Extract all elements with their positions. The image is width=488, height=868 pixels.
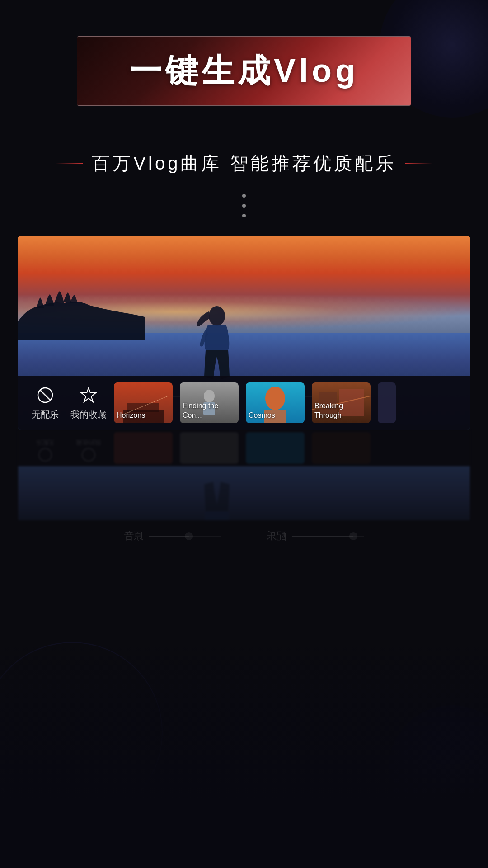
dot-3 (242, 214, 246, 217)
subtitle-line-right (405, 163, 432, 164)
reflected-music-label: 配乐 (267, 529, 286, 543)
track-breaking-through-name: Breaking Through (314, 401, 368, 420)
svg-point-9 (204, 390, 215, 402)
reflection-track-1 (114, 432, 173, 464)
reflection-favorites: 我的收藏 (70, 434, 107, 462)
dot-1 (242, 194, 246, 198)
island-silhouette (18, 290, 145, 340)
favorites-label: 我的收藏 (70, 409, 107, 421)
no-music-option[interactable]: 无配乐 (27, 385, 63, 421)
reflection-area: 无配乐 我的收藏 (18, 430, 470, 520)
svg-point-12 (265, 387, 285, 410)
svg-line-2 (40, 390, 51, 401)
favorites-icon (79, 385, 99, 405)
video-player: 原音 配乐 (18, 236, 470, 430)
track-breaking-through[interactable]: Breaking Through (312, 382, 371, 423)
track-finding-name: Finding the Con... (183, 401, 236, 420)
vlog-title: 一键生成Vlog (129, 49, 359, 93)
no-music-icon (35, 385, 55, 405)
top-section: 一键生成Vlog (0, 0, 488, 124)
track-horizons-name: Horizons (117, 411, 170, 420)
dots-indicator (0, 185, 488, 236)
subtitle-text: 百万Vlog曲库 智能推荐优质配乐 (92, 151, 396, 176)
vlog-banner: 一键生成Vlog (77, 36, 411, 106)
bg-decoration-bottom-right (389, 705, 488, 832)
track-cosmos-name: Cosmos (249, 411, 302, 420)
reflected-original-label: 原音 (124, 529, 144, 543)
track-finding[interactable]: Finding the Con... (180, 382, 239, 423)
ban-icon (36, 386, 54, 404)
reflection-track-2 (180, 432, 239, 464)
subtitle-line-left (56, 163, 83, 164)
video-frame: 原音 配乐 (18, 236, 470, 430)
track-cosmos[interactable]: Cosmos (246, 382, 305, 423)
reflection-track-4 (312, 432, 371, 464)
track-partial-thumbnail (378, 382, 396, 423)
reflected-sliders: 原音 配乐 (0, 520, 488, 552)
track-horizons[interactable]: Horizons (114, 382, 173, 423)
subtitle-section: 百万Vlog曲库 智能推荐优质配乐 (0, 124, 488, 185)
svg-point-0 (209, 306, 225, 326)
favorites-option[interactable]: 我的收藏 (70, 385, 107, 421)
reflection-silhouette (190, 466, 244, 520)
reflection-track-3 (246, 432, 305, 464)
no-music-label: 无配乐 (32, 409, 59, 421)
track-partial[interactable] (378, 382, 396, 423)
music-bar: 无配乐 我的收藏 (18, 376, 470, 430)
dot-2 (242, 204, 246, 208)
bg-decoration-arc (0, 642, 163, 823)
reflection-no-music: 无配乐 (27, 434, 63, 462)
svg-marker-3 (81, 388, 96, 402)
vlog-banner-inner: 一键生成Vlog (77, 37, 411, 105)
star-icon (80, 386, 98, 404)
svg-rect-18 (378, 382, 396, 423)
